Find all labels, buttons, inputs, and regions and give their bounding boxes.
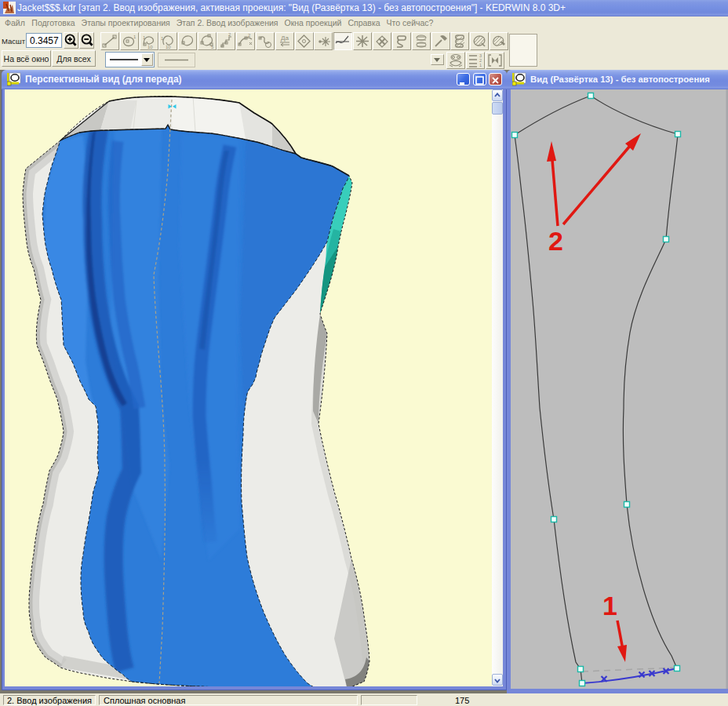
svg-text:1: 1 (602, 591, 617, 620)
svg-text:10: 10 (166, 45, 171, 49)
svg-text:10: 10 (147, 45, 153, 49)
svg-text:2: 2 (228, 32, 231, 37)
svg-text:1: 1 (133, 35, 136, 39)
svg-text:2: 2 (248, 33, 251, 38)
svg-text:2: 2 (548, 226, 563, 256)
svg-text:Да: Да (281, 35, 289, 42)
svg-text:1: 1 (479, 63, 482, 67)
svg-text:5: 5 (211, 45, 214, 49)
